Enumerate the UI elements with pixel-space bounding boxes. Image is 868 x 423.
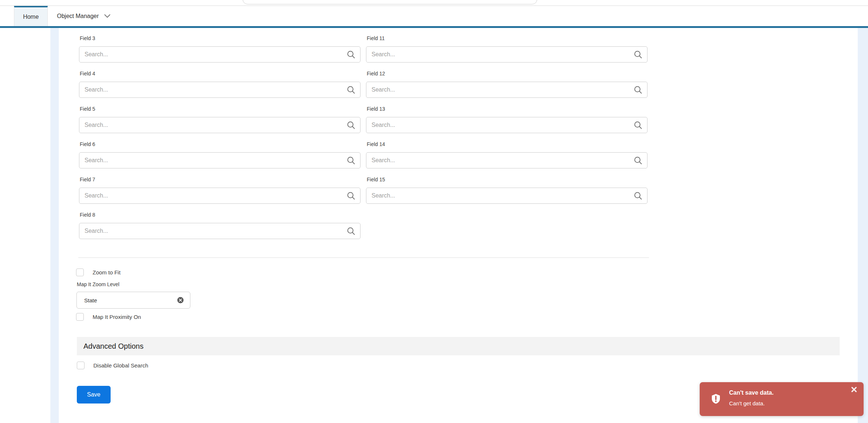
field-column-right: Field 11Field 12Field 13Field 14Field 15 xyxy=(366,35,648,212)
field-search-wrap xyxy=(366,82,648,98)
search-icon xyxy=(347,121,355,129)
field-search-input[interactable] xyxy=(79,223,361,239)
map-it-zoom-level-label: Map It Zoom Level xyxy=(77,281,119,287)
field-search-input[interactable] xyxy=(79,188,361,204)
field-label: Field 5 xyxy=(80,106,361,112)
search-icon xyxy=(634,86,642,94)
field-search-input[interactable] xyxy=(79,82,361,98)
field-label: Field 3 xyxy=(80,35,361,42)
field-search-input[interactable] xyxy=(366,117,648,133)
search-icon xyxy=(347,192,355,200)
toast-message: Can't get data. xyxy=(729,399,774,408)
error-shield-icon xyxy=(711,394,721,404)
field-label: Field 6 xyxy=(80,141,361,147)
page-background-strip-right xyxy=(858,28,868,423)
clear-circle-icon[interactable] xyxy=(177,297,184,303)
field-search-input[interactable] xyxy=(79,152,361,168)
map-it-proximity-label: Map It Proximity On xyxy=(93,314,141,320)
field-row: Field 4 xyxy=(79,71,361,98)
field-label: Field 12 xyxy=(367,71,648,77)
zoom-to-fit-row: Zoom to Fit xyxy=(76,268,121,276)
map-it-proximity-checkbox[interactable] xyxy=(76,313,84,321)
setup-tabbar: Home Object Manager xyxy=(0,6,868,26)
search-icon xyxy=(347,50,355,58)
field-row: Field 7 xyxy=(79,177,361,204)
global-search-input[interactable] xyxy=(243,0,537,4)
field-row: Field 6 xyxy=(79,141,361,168)
close-icon[interactable] xyxy=(851,387,858,393)
map-it-proximity-row: Map It Proximity On xyxy=(76,313,141,321)
field-label: Field 7 xyxy=(80,177,361,183)
disable-global-search-label: Disable Global Search xyxy=(93,362,148,369)
field-row: Field 3 xyxy=(79,35,361,63)
field-search-wrap xyxy=(79,117,361,133)
advanced-options-header: Advanced Options xyxy=(77,337,840,355)
save-button[interactable]: Save xyxy=(77,386,111,404)
field-search-wrap xyxy=(79,188,361,204)
field-label: Field 14 xyxy=(367,141,648,147)
chevron-down-icon xyxy=(104,14,110,18)
search-icon xyxy=(347,156,355,164)
field-search-input[interactable] xyxy=(366,188,648,204)
field-row: Field 12 xyxy=(366,71,648,98)
global-header-strip xyxy=(0,0,868,6)
field-row: Field 8 xyxy=(79,212,361,239)
search-icon xyxy=(634,192,642,200)
field-search-wrap xyxy=(366,46,648,63)
field-row: Field 11 xyxy=(366,35,648,63)
field-row: Field 14 xyxy=(366,141,648,168)
field-row: Field 5 xyxy=(79,106,361,133)
search-icon xyxy=(634,156,642,164)
field-label: Field 8 xyxy=(80,212,361,218)
field-search-wrap xyxy=(79,152,361,168)
field-column-left: Field 3Field 4Field 5Field 6Field 7Field… xyxy=(79,35,361,247)
toast-title: Can't save data. xyxy=(729,389,774,397)
field-search-input[interactable] xyxy=(366,82,648,98)
section-divider xyxy=(78,257,649,258)
field-search-wrap xyxy=(79,82,361,98)
error-toast: Can't save data. Can't get data. xyxy=(700,382,864,416)
field-label: Field 13 xyxy=(367,106,648,112)
search-icon xyxy=(347,227,355,235)
field-search-wrap xyxy=(366,117,648,133)
field-search-wrap xyxy=(366,152,648,168)
search-icon xyxy=(634,50,642,58)
search-icon xyxy=(634,121,642,129)
field-search-wrap xyxy=(79,223,361,239)
field-search-input[interactable] xyxy=(79,117,361,133)
setup-page: Home Object Manager Field 3Field 4Field … xyxy=(0,0,868,423)
field-label: Field 15 xyxy=(367,177,648,183)
field-search-wrap xyxy=(366,188,648,204)
search-icon xyxy=(347,86,355,94)
field-search-input[interactable] xyxy=(366,46,648,63)
toast-texts: Can't save data. Can't get data. xyxy=(729,389,774,408)
disable-global-search-row: Disable Global Search xyxy=(77,361,148,369)
field-row: Field 15 xyxy=(366,177,648,204)
field-label: Field 4 xyxy=(80,71,361,77)
field-search-input[interactable] xyxy=(366,152,648,168)
field-search-wrap xyxy=(79,46,361,63)
map-it-zoom-level-combobox[interactable]: State xyxy=(76,292,190,309)
tab-object-manager-label: Object Manager xyxy=(57,13,99,19)
zoom-to-fit-label: Zoom to Fit xyxy=(93,269,121,276)
field-search-input[interactable] xyxy=(79,46,361,63)
field-row: Field 13 xyxy=(366,106,648,133)
zoom-to-fit-checkbox[interactable] xyxy=(76,269,84,276)
disable-global-search-checkbox[interactable] xyxy=(77,362,85,369)
tab-home[interactable]: Home xyxy=(14,6,48,26)
tab-object-manager[interactable]: Object Manager xyxy=(48,6,127,26)
field-label: Field 11 xyxy=(367,35,648,42)
tab-home-label: Home xyxy=(23,14,39,20)
brand-divider-bar xyxy=(0,26,868,28)
combobox-value: State xyxy=(77,297,177,303)
page-background-strip-left xyxy=(50,28,59,423)
